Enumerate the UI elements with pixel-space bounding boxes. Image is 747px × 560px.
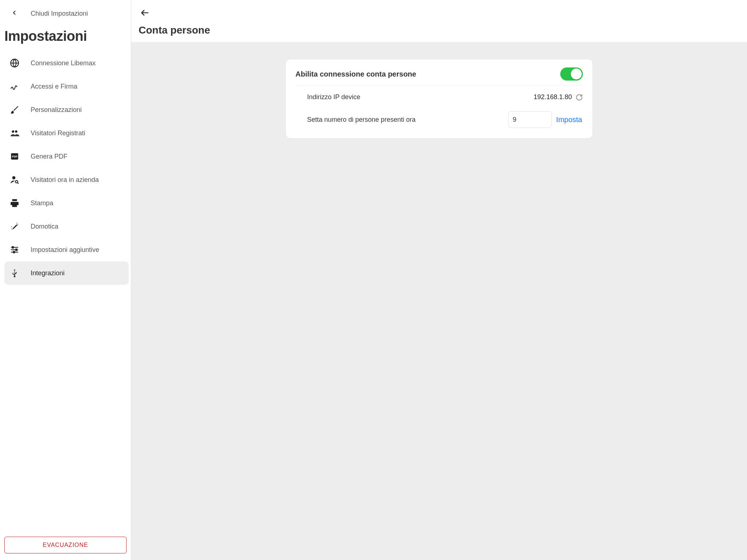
chevron-left-icon: [11, 9, 18, 18]
sidebar-item-label: Domotica: [31, 223, 58, 230]
row-ip-address: Indirizzo IP device 192.168.1.80: [295, 93, 583, 101]
people-count-input[interactable]: [508, 111, 552, 128]
sidebar-item-label: Impostazioni aggiuntive: [31, 246, 99, 254]
sidebar-item-label: Connessione Libemax: [31, 59, 96, 67]
main-panel: Conta persone Abilita connessione conta …: [131, 0, 747, 560]
divider: [295, 85, 583, 85]
ip-label: Indirizzo IP device: [307, 93, 360, 101]
sidebar-item-print[interactable]: Stampa: [4, 191, 129, 215]
sidebar-item-label: Personalizzazioni: [31, 106, 82, 114]
printer-icon: [9, 198, 20, 208]
refresh-ip-button[interactable]: [576, 94, 583, 101]
sidebar-item-domotics[interactable]: Domotica: [4, 215, 129, 238]
svg-point-2: [12, 130, 14, 133]
svg-rect-17: [13, 251, 15, 253]
sliders-icon: [9, 245, 20, 255]
sidebar: Chiudi Impostazioni Impostazioni Conness…: [0, 0, 131, 560]
set-people-label: Setta numero di persone presenti ora: [307, 116, 415, 124]
signature-icon: [9, 81, 20, 92]
svg-point-11: [11, 226, 12, 227]
sidebar-item-connection[interactable]: Connessione Libemax: [4, 51, 129, 75]
sidebar-item-label: Genera PDF: [31, 153, 67, 160]
card-title: Abilita connessione conta persone: [295, 70, 416, 78]
svg-rect-15: [12, 246, 13, 248]
sidebar-item-integrations[interactable]: Integrazioni: [4, 261, 129, 285]
sidebar-item-visitors-now[interactable]: Visitatori ora in azienda: [4, 168, 129, 191]
sidebar-item-label: Accessi e Firma: [31, 83, 77, 90]
ip-value: 192.168.1.80: [534, 93, 572, 101]
main-header: Conta persone: [131, 0, 747, 42]
svg-line-8: [18, 183, 19, 184]
svg-text:PDF: PDF: [12, 155, 18, 158]
users-icon: [9, 128, 20, 138]
card-header: Abilita connessione conta persone: [295, 67, 583, 85]
toggle-knob: [571, 69, 582, 79]
brush-icon: [9, 105, 20, 115]
sidebar-item-generate-pdf[interactable]: PDF Genera PDF: [4, 145, 129, 168]
sidebar-item-additional-settings[interactable]: Impostazioni aggiuntive: [4, 238, 129, 261]
spacer: [0, 285, 131, 537]
sidebar-nav: Connessione Libemax Accessi e Firma Pers…: [0, 51, 131, 285]
sidebar-item-label: Stampa: [31, 199, 53, 207]
svg-point-9: [16, 223, 17, 223]
page-title: Conta persone: [139, 24, 740, 36]
pdf-icon: PDF: [9, 151, 20, 162]
row-end: Imposta: [508, 111, 583, 128]
sidebar-title: Impostazioni: [0, 21, 131, 51]
wand-icon: [9, 221, 20, 232]
main-content: Abilita connessione conta persone Indiri…: [131, 42, 747, 560]
row-set-people: Setta numero di persone presenti ora Imp…: [295, 111, 583, 128]
svg-point-3: [15, 130, 18, 133]
close-settings-button[interactable]: Chiudi Impostazioni: [0, 4, 131, 21]
svg-point-6: [12, 176, 16, 179]
sidebar-item-label: Integrazioni: [31, 269, 65, 277]
sidebar-item-access-sign[interactable]: Accessi e Firma: [4, 75, 129, 98]
usb-icon: [9, 268, 20, 278]
set-button[interactable]: Imposta: [556, 114, 583, 125]
settings-card: Abilita connessione conta persone Indiri…: [286, 59, 592, 138]
evacuation-button[interactable]: EVACUAZIONE: [4, 537, 127, 553]
sidebar-item-label: Visitatori Registrati: [31, 129, 85, 137]
globe-icon: [9, 58, 20, 68]
svg-point-7: [15, 180, 18, 183]
sidebar-item-label: Visitatori ora in azienda: [31, 176, 99, 184]
row-end: 192.168.1.80: [534, 93, 583, 101]
sidebar-item-customizations[interactable]: Personalizzazioni: [4, 98, 129, 121]
svg-rect-16: [16, 249, 17, 250]
back-arrow-button[interactable]: [139, 7, 151, 21]
svg-point-10: [18, 225, 18, 225]
person-search-icon: [9, 175, 20, 185]
sidebar-item-registered-visitors[interactable]: Visitatori Registrati: [4, 121, 129, 145]
enable-connection-toggle[interactable]: [560, 67, 583, 81]
close-settings-label: Chiudi Impostazioni: [31, 10, 88, 18]
